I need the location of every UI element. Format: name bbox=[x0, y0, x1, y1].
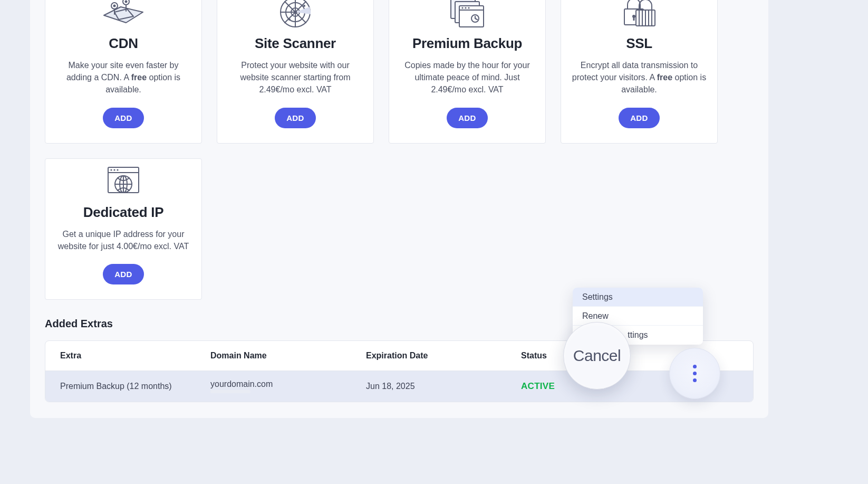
card-title: CDN bbox=[109, 35, 138, 52]
extras-card-grid-row-2: Dedicated IP Get a unique IP address for… bbox=[30, 144, 768, 300]
svg-point-24 bbox=[117, 169, 118, 170]
table-header-row: Extra Domain Name Expiration Date Status bbox=[45, 341, 753, 371]
cancel-lens-highlight[interactable]: Cancel bbox=[563, 322, 631, 390]
cell-expiration: Jun 18, 2025 bbox=[366, 382, 521, 391]
card-desc: Copies made by the hour for your ultimat… bbox=[399, 59, 536, 96]
content-panel: CDN Make your site even faster by adding… bbox=[30, 0, 768, 418]
extras-card-grid-row-1: CDN Make your site even faster by adding… bbox=[30, 0, 768, 144]
cell-extra: Premium Backup (12 months) bbox=[60, 382, 210, 391]
add-button-ssl[interactable]: ADD bbox=[619, 108, 660, 128]
card-desc: Get a unique IP address for your website… bbox=[55, 228, 192, 252]
card-desc: Encrypt all data transmission to protect… bbox=[571, 59, 708, 96]
col-header-expiration: Expiration Date bbox=[366, 351, 521, 360]
svg-rect-19 bbox=[633, 16, 635, 21]
svg-point-14 bbox=[465, 7, 466, 8]
card-site-scanner: Site Scanner Protect your website with o… bbox=[217, 0, 374, 144]
added-extras-table: Extra Domain Name Expiration Date Status… bbox=[45, 340, 754, 402]
cell-domain: yourdomain.com bbox=[210, 379, 366, 393]
kebab-icon bbox=[693, 365, 697, 382]
card-cdn: CDN Make your site even faster by adding… bbox=[45, 0, 202, 144]
col-header-domain: Domain Name bbox=[210, 351, 366, 360]
globe-browser-icon bbox=[105, 159, 142, 200]
svg-point-15 bbox=[468, 7, 469, 8]
svg-point-1 bbox=[113, 5, 116, 7]
card-title: Premium Backup bbox=[412, 35, 522, 52]
add-button-site-scanner[interactable]: ADD bbox=[275, 108, 316, 128]
svg-point-3 bbox=[125, 1, 128, 3]
svg-rect-12 bbox=[459, 6, 484, 27]
lock-icon bbox=[618, 0, 660, 31]
card-desc: Protect your website with our website sc… bbox=[227, 59, 364, 96]
card-desc: Make your site even faster by adding a C… bbox=[55, 59, 192, 96]
col-header-extra: Extra bbox=[60, 351, 210, 360]
card-premium-backup: Premium Backup Copies made by the hour f… bbox=[389, 0, 546, 144]
card-title: Site Scanner bbox=[255, 35, 336, 52]
card-title: Dedicated IP bbox=[83, 204, 163, 221]
card-ssl: SSL Encrypt all data transmission to pro… bbox=[561, 0, 718, 144]
svg-point-7 bbox=[294, 11, 297, 14]
table-row: Premium Backup (12 months) yourdomain.co… bbox=[45, 371, 753, 402]
svg-point-13 bbox=[461, 7, 463, 8]
svg-point-23 bbox=[113, 169, 115, 170]
add-button-premium-backup[interactable]: ADD bbox=[447, 108, 488, 128]
menu-item-settings[interactable]: Settings bbox=[573, 288, 703, 307]
add-button-dedicated-ip[interactable]: ADD bbox=[103, 264, 144, 284]
svg-point-22 bbox=[110, 169, 112, 170]
svg-point-8 bbox=[303, 5, 305, 7]
radar-icon bbox=[277, 0, 314, 31]
card-title: SSL bbox=[626, 35, 652, 52]
cancel-label: Cancel bbox=[573, 347, 621, 365]
card-dedicated-ip: Dedicated IP Get a unique IP address for… bbox=[45, 158, 202, 300]
domain-underline bbox=[210, 390, 250, 393]
row-action-kebab-button[interactable] bbox=[669, 348, 720, 399]
add-button-cdn[interactable]: ADD bbox=[103, 108, 144, 128]
backup-icon bbox=[447, 0, 488, 31]
svg-point-9 bbox=[288, 18, 291, 21]
cdn-icon bbox=[101, 0, 146, 31]
